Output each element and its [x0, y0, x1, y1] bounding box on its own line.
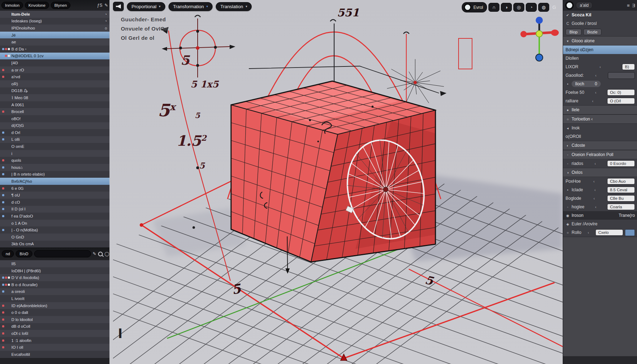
property-row[interactable]: LIXOR‹B): [563, 63, 637, 71]
list-item[interactable]: Brocell: [0, 108, 109, 115]
list-item[interactable]: [4ʘ: [0, 59, 109, 66]
list-item[interactable]: oR): [0, 80, 109, 87]
list-item[interactable]: IPIDnolo/hooo: [0, 25, 109, 32]
list-item[interactable]: O ornE: [0, 143, 109, 150]
filter-tab-1[interactable]: nd: [2, 250, 14, 257]
list-item[interactable]: Il5: [0, 260, 109, 267]
color-swatch[interactable]: [625, 229, 635, 236]
3d-viewport-canvas[interactable]: [109, 0, 563, 364]
list-item[interactable]: DG1B ₯: [0, 87, 109, 95]
list-item[interactable]: quols: [0, 157, 109, 164]
filter-icon[interactable]: ƒS: [97, 3, 102, 8]
selected-property-row[interactable]: Bdnepi oDzjen: [563, 46, 637, 54]
property-row[interactable]: o(OROll: [563, 132, 637, 141]
menu-icon[interactable]: ≡: [627, 3, 630, 8]
list-item[interactable]: dB d oColl: [0, 323, 109, 330]
property-row[interactable]: Foelse 50‹Oc: 0): [563, 88, 637, 97]
property-row[interactable]: •Iclade‹8.5 Ceval: [563, 186, 637, 194]
list-item[interactable]: 1 :1 aloofin: [0, 337, 109, 344]
property-row[interactable]: PoxHoe‹Cbo Auo: [563, 177, 637, 186]
red-cube[interactable]: [231, 81, 435, 262]
datablock-name[interactable]: a'ald: [576, 2, 593, 9]
list-item[interactable]: d cO: [0, 199, 109, 206]
property-row[interactable]: ✔Scoza Kil: [563, 11, 637, 19]
list-item[interactable]: ⌇ Meo 08: [0, 94, 109, 101]
list-item[interactable]: d(/O)G: [0, 122, 109, 129]
gizmo-z-axis[interactable]: [536, 17, 543, 24]
list-item[interactable]: | - O n(Md6ba): [0, 226, 109, 234]
property-row[interactable]: ◂Inok: [563, 124, 637, 132]
list-item[interactable]: N@iIOD/EL 0 1cv: [0, 53, 109, 60]
list-item[interactable]: d Orl: [0, 129, 109, 136]
property-row[interactable]: Dlollen: [563, 54, 637, 63]
pen-icon[interactable]: ✎: [93, 251, 96, 256]
section-header[interactable]: ○Torloetlon ‹: [563, 114, 637, 124]
property-row[interactable]: BlopBozle: [563, 28, 637, 36]
section-header[interactable]: ▾Glooo alone: [563, 36, 637, 46]
list-item[interactable]: | B n orteto elabio): [0, 171, 109, 178]
property-field[interactable]: 8.5 Ceval: [607, 187, 635, 193]
list-item[interactable]: ¶ oU: [0, 192, 109, 199]
toggle-button[interactable]: Bozle: [583, 29, 601, 35]
section-header[interactable]: ◑Oxlos: [563, 168, 637, 177]
list-item[interactable]: Jé: [0, 32, 109, 39]
property-field[interactable]: O (O/l: [607, 98, 635, 104]
dial-icon[interactable]: ◔: [526, 3, 537, 12]
ring-icon[interactable]: ◎: [513, 3, 524, 12]
property-field[interactable]: B): [622, 64, 635, 70]
list-item[interactable]: ae: [0, 38, 109, 46]
sphere-icon[interactable]: ◍: [538, 3, 549, 12]
list-item[interactable]: L olli: [0, 136, 109, 143]
list-item[interactable]: oBO!: [0, 115, 109, 122]
transformation-dropdown[interactable]: Transformation ▾: [168, 2, 213, 11]
list-item[interactable]: IO I oll: [0, 344, 109, 351]
pin-icon[interactable]: Ǝ: [632, 3, 635, 8]
property-field[interactable]: Coarla: [607, 204, 635, 210]
3d-viewport[interactable]: Proportional ▾ Transformation ▾ Translat…: [109, 0, 563, 364]
property-row[interactable]: Boglode‹C8e Bu: [563, 194, 637, 203]
circle-icon[interactable]: ◯: [105, 251, 109, 256]
list-item[interactable]: hous⌂: [0, 164, 109, 171]
left-tab-2[interactable]: Knvolone: [25, 2, 49, 9]
list-item[interactable]: Il D (ol I: [0, 206, 109, 213]
left-tab-1[interactable]: Inmolon: [1, 2, 23, 9]
gizmo-z-axis-neg[interactable]: [536, 54, 543, 61]
list-item[interactable]: o 0 o dalt: [0, 309, 109, 316]
translation-dropdown[interactable]: Translation ▾: [216, 2, 252, 11]
navigation-gizmo[interactable]: [519, 14, 562, 63]
gizmo-x-axis[interactable]: [551, 30, 559, 36]
property-field[interactable]: Oc: 0): [607, 89, 635, 96]
proportional-dropdown[interactable]: Proportional ▾: [127, 2, 165, 11]
property-row[interactable]: ralliare‹O (O/l: [563, 97, 637, 105]
gizmo-center[interactable]: [536, 31, 542, 37]
search-input[interactable]: [34, 250, 91, 257]
section-header[interactable]: ◐Cdoste: [563, 141, 637, 150]
left-tab-3[interactable]: Blynen: [51, 2, 70, 9]
transform-section-header[interactable]: ◉IrosonTrane(ro: [563, 211, 637, 220]
filter-tab-2[interactable]: B/oD: [16, 250, 32, 257]
list-item[interactable]: Itum-Dele◔: [0, 11, 109, 18]
list-item[interactable]: B o d /lcuralle): [0, 281, 109, 288]
property-field[interactable]: 0 Escrdo: [607, 160, 635, 167]
list-item[interactable]: Iedeakes (Ioseg)◔: [0, 18, 109, 25]
property-row[interactable]: ○Rollo‹Cxelo: [563, 228, 637, 237]
property-row[interactable]: •Iloch0: [563, 80, 637, 88]
visibility-toggle-icon[interactable]: ◔: [105, 19, 108, 23]
list-item[interactable]: Evcafooltil: [0, 351, 109, 358]
list-item[interactable]: B d Da ▫: [0, 46, 109, 53]
list-item[interactable]: IoD8H | (P8rd6l): [0, 267, 109, 274]
list-item[interactable]: a oreoli: [0, 288, 109, 295]
announce-tool-button[interactable]: [113, 2, 124, 11]
toggle-button[interactable]: Blop: [566, 29, 582, 35]
property-field[interactable]: C8e Bu: [607, 195, 635, 202]
eval-mode-button[interactable]: Evrol: [462, 2, 487, 12]
search-icon[interactable]: [98, 252, 103, 256]
list-item[interactable]: Bx6/ACj%o: [0, 178, 109, 185]
browse-icon[interactable]: [565, 1, 574, 10]
list-item[interactable]: 3kb Os crnA: [0, 241, 109, 248]
list-item[interactable]: D V d /locdolla): [0, 274, 109, 281]
property-row[interactable]: Gaoollod:‹: [563, 71, 637, 80]
list-item[interactable]: oDl c lo6l: [0, 330, 109, 337]
section-header[interactable]: ●Ilele: [563, 105, 637, 114]
section-header[interactable]: ◦Oseion Felraoilon Poll: [563, 150, 637, 159]
